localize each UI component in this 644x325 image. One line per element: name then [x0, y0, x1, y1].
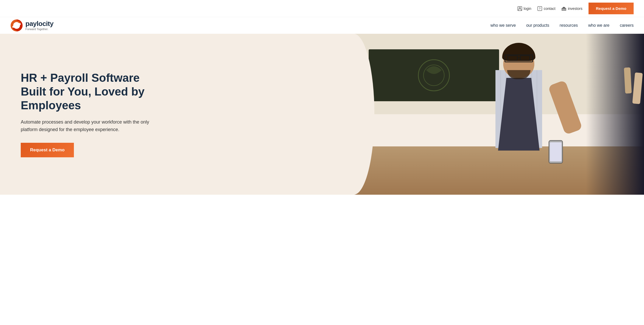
nav-our-products[interactable]: our products: [526, 23, 549, 28]
svg-rect-25: [520, 56, 530, 60]
logo-text: paylocity Forward Together.: [25, 20, 53, 31]
person-glasses: [505, 55, 533, 62]
person-figure: [470, 44, 568, 195]
main-nav: who we serve our products resources who …: [491, 23, 634, 28]
svg-text:?: ?: [539, 7, 541, 10]
svg-marker-9: [562, 6, 566, 8]
login-label: login: [524, 6, 531, 11]
logo[interactable]: paylocity Forward Together.: [10, 19, 53, 32]
person-head: [503, 44, 534, 78]
hero-title: HR + Payroll Software Built for You, Lov…: [21, 71, 166, 112]
svg-rect-6: [563, 8, 564, 10]
contact-icon: ?: [537, 6, 542, 11]
top-bar: login ? contact i: [0, 0, 644, 17]
paylocity-logo-icon: [10, 19, 23, 32]
kitchen-right-shadow: [586, 34, 644, 195]
hero-image: [354, 34, 644, 195]
request-demo-button-hero[interactable]: Request a Demo: [21, 143, 74, 157]
investors-label: investors: [568, 6, 582, 11]
hero-subtitle: Automate processes and develop your work…: [21, 118, 150, 133]
logo-tagline: Forward Together.: [25, 28, 53, 31]
cutting-board-2: [624, 67, 632, 93]
worker-scene: [354, 34, 644, 195]
logo-name: paylocity: [25, 20, 53, 27]
svg-point-11: [418, 60, 450, 91]
contact-link[interactable]: ? contact: [537, 6, 555, 11]
contact-label: contact: [544, 6, 555, 11]
svg-point-1: [519, 7, 521, 9]
site-header: login ? contact i: [0, 0, 644, 34]
svg-rect-7: [564, 8, 565, 10]
nav-resources[interactable]: resources: [560, 23, 578, 28]
phone-screen: [549, 141, 562, 163]
hero-content: HR + Payroll Software Built for You, Lov…: [0, 34, 354, 195]
nav-who-we-serve[interactable]: who we serve: [491, 23, 516, 28]
login-icon: [517, 6, 522, 11]
nav-careers[interactable]: careers: [620, 23, 634, 28]
svg-rect-24: [508, 56, 517, 60]
login-link[interactable]: login: [517, 6, 531, 11]
investors-icon: [562, 6, 566, 11]
glasses-svg: [505, 55, 532, 62]
svg-rect-5: [562, 8, 563, 10]
nav-who-we-are[interactable]: who we are: [588, 23, 610, 28]
request-demo-button-top[interactable]: Request a Demo: [589, 3, 634, 14]
person-phone: [549, 140, 563, 164]
investors-link[interactable]: investors: [562, 6, 582, 11]
svg-rect-23: [550, 142, 562, 161]
hero-section: HR + Payroll Software Built for You, Lov…: [0, 34, 644, 195]
nav-bar: paylocity Forward Together. who we serve…: [0, 17, 644, 34]
svg-rect-8: [565, 8, 566, 10]
